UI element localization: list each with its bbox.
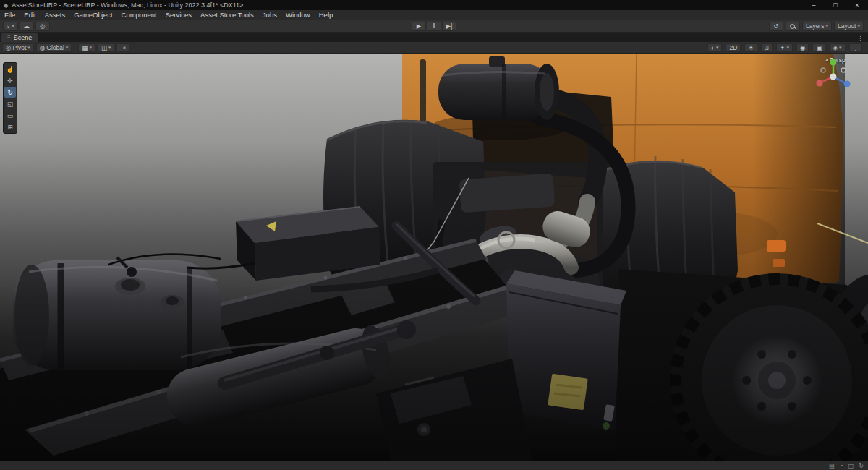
collab-button[interactable]: ◎: [35, 22, 50, 31]
orientation-gizmo[interactable]: ◂ Persp: [812, 58, 859, 113]
pivot-label: Pivot: [12, 44, 26, 51]
play-icon: ▶: [417, 22, 422, 30]
layers-label: Layers: [806, 22, 825, 30]
chevron-down-icon: ▾: [839, 45, 842, 51]
pause-icon: ‖: [433, 22, 435, 30]
maximize-button[interactable]: □: [825, 0, 846, 10]
gizmos-icon: ◈: [833, 44, 838, 51]
window-controls: – □ ×: [803, 0, 868, 10]
scene-lighting-toggle[interactable]: ☀: [744, 43, 757, 52]
progress-icon[interactable]: ◔: [840, 463, 843, 469]
camera-settings-button[interactable]: ▣: [812, 43, 825, 52]
chevron-down-icon: ▾: [27, 45, 30, 51]
audio-icon: ♫: [765, 44, 769, 51]
view-tabbar: ≡ Scene ⋮: [0, 33, 868, 42]
menu-jobs[interactable]: Jobs: [258, 10, 281, 20]
snap-icon: ◫: [101, 44, 107, 51]
snap-settings-button[interactable]: ◫ ▾: [98, 43, 115, 52]
axis-gizmo-icon: [812, 58, 855, 95]
console-icon[interactable]: ▤: [829, 463, 835, 469]
scene-view-toolbar: ◎ Pivot ▾ ◍ Global ▾ ▦ ▾ ◫ ▾ ⇥ ◐ ▾: [0, 42, 868, 54]
search-button[interactable]: [786, 22, 800, 31]
package-icon[interactable]: ◫: [848, 463, 854, 469]
pause-button[interactable]: ‖: [427, 22, 441, 31]
grid-snap-dropdown[interactable]: ▦ ▾: [78, 43, 95, 52]
move-tool-button[interactable]: ✛: [4, 75, 16, 86]
pivot-icon: ◎: [6, 44, 11, 51]
shaded-sphere-icon: ◐: [711, 44, 715, 51]
chevron-down-icon: ▾: [825, 23, 828, 29]
kebab-menu-icon: ⋮: [853, 44, 859, 51]
services-icon: ◎: [40, 22, 45, 30]
grid-icon: ▦: [82, 44, 88, 51]
pivot-dropdown[interactable]: ◎ Pivot ▾: [2, 43, 34, 52]
move-snap-icon: ⇥: [120, 44, 125, 51]
tab-options-icon[interactable]: ⋮: [857, 35, 864, 42]
globe-icon: ◍: [40, 44, 45, 51]
menu-asset-store-tools[interactable]: Asset Store Tools: [196, 10, 258, 20]
menu-component[interactable]: Component: [117, 10, 161, 20]
undo-history-icon: ↺: [773, 22, 778, 30]
unity-logo-icon: ◆: [4, 2, 8, 9]
transform-tool-button[interactable]: ⊞: [4, 121, 16, 132]
effects-dropdown[interactable]: ✦ ▾: [776, 43, 793, 52]
main-toolbar: ◒ ▾ ☁ ◎ ▶ ‖ ▶| ↺: [0, 20, 868, 33]
shading-mode-dropdown[interactable]: ◐ ▾: [707, 43, 723, 52]
tool-palette: ☝ ✛ ↻ ◱ ▭ ⊞: [3, 62, 17, 134]
view-tool-button[interactable]: ☝: [4, 64, 16, 74]
gizmos-dropdown[interactable]: ◈ ▾: [829, 43, 845, 52]
layout-dropdown[interactable]: Layout ▾: [834, 22, 864, 31]
global-dropdown[interactable]: ◍ Global ▾: [36, 43, 72, 52]
chevron-down-icon: ▾: [786, 45, 789, 51]
close-button[interactable]: ×: [846, 0, 868, 10]
account-dropdown[interactable]: ◒ ▾: [3, 22, 18, 31]
titlebar: ◆ AssetStoreURP - SceneURP - Windows, Ma…: [0, 0, 868, 10]
2d-label: 2D: [729, 44, 737, 51]
step-icon: ▶|: [446, 22, 453, 30]
menubar: File Edit Assets GameObject Component Se…: [0, 10, 868, 20]
menu-assets[interactable]: Assets: [41, 10, 70, 20]
undo-history-button[interactable]: ↺: [769, 22, 783, 31]
rect-tool-button[interactable]: ▭: [4, 110, 16, 121]
chevron-down-icon: ▾: [66, 45, 69, 51]
menu-gameobject[interactable]: GameObject: [69, 10, 116, 20]
scene-viewport[interactable]: ☝ ✛ ↻ ◱ ▭ ⊞ ◂ Persp: [0, 54, 868, 461]
playmode-controls: ▶ ‖ ▶|: [412, 22, 456, 31]
chevron-down-icon: ▾: [716, 45, 719, 51]
scene-audio-toggle[interactable]: ♫: [761, 43, 773, 52]
rotate-tool-button[interactable]: ↻: [4, 87, 16, 98]
chevron-down-icon: ▾: [12, 23, 14, 29]
global-label: Global: [46, 44, 64, 51]
effects-icon: ✦: [780, 44, 785, 51]
light-icon: ☀: [748, 44, 754, 51]
camera-icon: ▣: [816, 44, 822, 51]
unity-editor-window: ◆ AssetStoreURP - SceneURP - Windows, Ma…: [0, 0, 868, 470]
2d-toggle[interactable]: 2D: [726, 43, 741, 52]
scene-tab-label: Scene: [14, 34, 33, 41]
refresh-icon[interactable]: ↻: [859, 463, 864, 469]
menu-file[interactable]: File: [0, 10, 20, 20]
menu-help[interactable]: Help: [315, 10, 338, 20]
minimize-button[interactable]: –: [803, 0, 825, 10]
tab-scene[interactable]: ≡ Scene: [1, 33, 38, 42]
cloud-services-button[interactable]: ☁: [20, 22, 34, 31]
scene-visibility-toggle[interactable]: ◉: [796, 43, 809, 52]
scene-overflow-menu[interactable]: ⋮: [849, 43, 863, 52]
menu-window[interactable]: Window: [281, 10, 315, 20]
chevron-down-icon: ▾: [89, 45, 92, 51]
step-button[interactable]: ▶|: [442, 22, 456, 31]
scale-tool-button[interactable]: ◱: [4, 98, 16, 109]
layers-dropdown[interactable]: Layers ▾: [802, 22, 832, 31]
move-snap-button[interactable]: ⇥: [116, 43, 129, 52]
account-icon: ◒: [7, 22, 10, 30]
tab-grip-icon: ≡: [7, 34, 11, 40]
scene-3d-render: [0, 54, 868, 461]
chevron-down-icon: ▾: [857, 23, 860, 29]
chevron-down-icon: ▾: [109, 45, 111, 51]
play-button[interactable]: ▶: [412, 22, 426, 31]
layout-label: Layout: [838, 22, 856, 30]
menu-services[interactable]: Services: [161, 10, 196, 20]
search-icon: [790, 24, 795, 29]
menu-edit[interactable]: Edit: [20, 10, 40, 20]
statusbar: ▤ ◔ ◫ ↻: [0, 461, 868, 470]
